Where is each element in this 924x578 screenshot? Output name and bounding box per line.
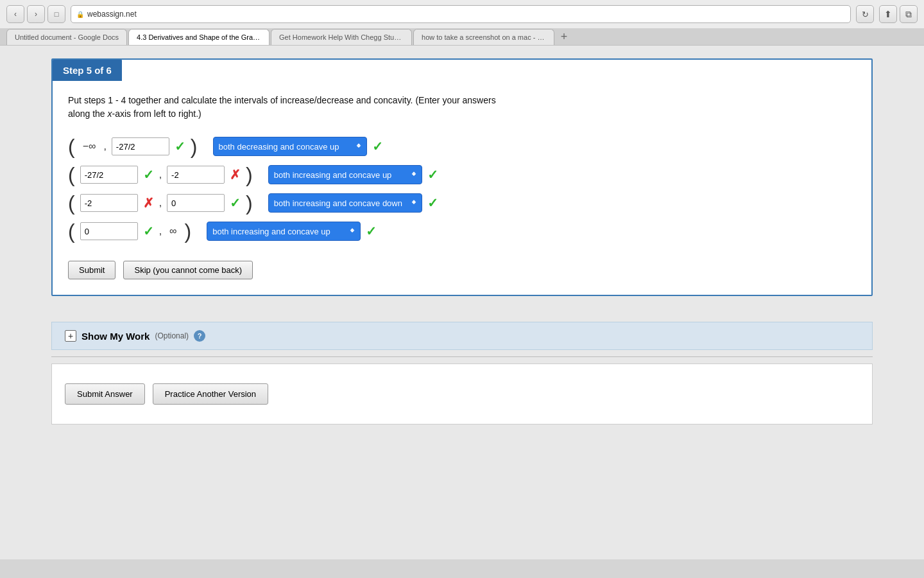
reload-button[interactable]: ↻ bbox=[856, 5, 874, 23]
dropdown-wrap-3: both decreasing and concave up both decr… bbox=[268, 193, 438, 213]
dropdown-3[interactable]: both decreasing and concave up both decr… bbox=[268, 193, 422, 213]
open-paren-1: ( bbox=[68, 136, 75, 157]
show-work-expand[interactable]: + bbox=[65, 330, 76, 342]
intervals-section: ( −∞ , ✓ ) both decreasing and concave u… bbox=[68, 136, 856, 241]
step-header: Step 5 of 6 bbox=[53, 60, 122, 81]
right-check-3: ✓ bbox=[230, 195, 241, 211]
left-check-3: ✗ bbox=[143, 195, 154, 211]
submit-answer-button[interactable]: Submit Answer bbox=[65, 383, 145, 405]
interval-row-4: ( ✓ , ∞ ) both decreasing and concave up… bbox=[68, 221, 856, 241]
right-check-2: ✗ bbox=[230, 167, 241, 182]
dropdown-check-3: ✓ bbox=[427, 195, 438, 211]
left-check-2: ✓ bbox=[143, 167, 154, 182]
dropdown-check-4: ✓ bbox=[366, 223, 377, 239]
tabs-bar: Untitled document - Google Docs 4.3 Deri… bbox=[0, 28, 924, 45]
interval-row-3: ( ✗ , ✓ ) both decreasing and concave up… bbox=[68, 193, 856, 213]
window-button[interactable]: □ bbox=[47, 5, 65, 23]
comma-1: , bbox=[103, 141, 106, 152]
share-button[interactable]: ⬆ bbox=[879, 5, 897, 23]
browser-chrome: ‹ › □ 🔒 webassign.net ↻ ⬆ ⧉ Untitled doc… bbox=[0, 0, 924, 46]
step-instruction: Put steps 1 - 4 together and calculate t… bbox=[68, 94, 856, 121]
left-input-4[interactable] bbox=[80, 222, 138, 240]
show-work-section: + Show My Work (Optional) ? bbox=[51, 322, 873, 350]
right-check-1: ✓ bbox=[175, 139, 185, 154]
back-button[interactable]: ‹ bbox=[6, 5, 24, 23]
bottom-panel: Submit Answer Practice Another Version bbox=[51, 363, 873, 425]
right-input-3[interactable] bbox=[167, 194, 225, 212]
show-work-title: Show My Work bbox=[81, 331, 150, 342]
close-paren-2: ) bbox=[246, 164, 253, 185]
tab-webassign[interactable]: 4.3 Derivatives and Shape of the Graph -… bbox=[128, 29, 270, 45]
tab-google-docs[interactable]: Untitled document - Google Docs bbox=[6, 29, 127, 45]
dropdown-check-2: ✓ bbox=[427, 167, 438, 182]
dropdown-4[interactable]: both decreasing and concave up both decr… bbox=[207, 222, 361, 241]
left-input-2[interactable] bbox=[80, 166, 138, 184]
url-bar[interactable]: 🔒 webassign.net bbox=[71, 5, 851, 23]
page-content: Step 5 of 6 Put steps 1 - 4 together and… bbox=[0, 46, 924, 559]
neg-inf-1: −∞ bbox=[80, 141, 99, 152]
dropdown-wrap-4: both decreasing and concave up both decr… bbox=[207, 222, 377, 241]
nav-buttons: ‹ › □ bbox=[6, 5, 65, 23]
dropdown-wrap-2: both decreasing and concave up both decr… bbox=[268, 165, 438, 184]
open-paren-2: ( bbox=[68, 164, 75, 185]
open-paren-4: ( bbox=[68, 221, 75, 241]
tab-screenshot[interactable]: how to take a screenshot on a mac - Goog… bbox=[413, 29, 554, 45]
step-container: Step 5 of 6 Put steps 1 - 4 together and… bbox=[51, 58, 873, 296]
pos-inf-4: ∞ bbox=[167, 225, 179, 237]
submit-button[interactable]: Submit bbox=[68, 261, 116, 279]
browser-actions: ⬆ ⧉ bbox=[879, 5, 918, 23]
step-body: Put steps 1 - 4 together and calculate t… bbox=[53, 81, 871, 295]
comma-2: , bbox=[159, 169, 162, 180]
dropdown-wrap-1: both decreasing and concave up both decr… bbox=[213, 137, 383, 156]
instruction-line1: Put steps 1 - 4 together and calculate t… bbox=[68, 95, 496, 105]
interval-row-1: ( −∞ , ✓ ) both decreasing and concave u… bbox=[68, 136, 856, 157]
skip-button[interactable]: Skip (you cannot come back) bbox=[123, 261, 253, 279]
new-tab-button[interactable]: ⧉ bbox=[900, 5, 918, 23]
show-work-optional: (Optional) bbox=[155, 331, 189, 340]
comma-4: , bbox=[159, 225, 162, 237]
tab-chegg[interactable]: Get Homework Help With Chegg Study | Che… bbox=[271, 29, 412, 45]
divider bbox=[51, 356, 873, 357]
practice-button[interactable]: Practice Another Version bbox=[153, 383, 268, 405]
url-text: webassign.net bbox=[87, 10, 137, 19]
forward-button[interactable]: › bbox=[27, 5, 45, 23]
left-input-3[interactable] bbox=[80, 194, 138, 212]
right-input-2[interactable] bbox=[167, 166, 225, 184]
help-icon[interactable]: ? bbox=[194, 330, 205, 342]
new-tab-plus[interactable]: + bbox=[556, 28, 572, 45]
left-check-4: ✓ bbox=[143, 223, 154, 239]
open-paren-3: ( bbox=[68, 193, 75, 213]
interval-row-2: ( ✓ , ✗ ) both decreasing and concave up… bbox=[68, 164, 856, 185]
dropdown-check-1: ✓ bbox=[372, 139, 383, 154]
close-paren-4: ) bbox=[185, 221, 192, 241]
dropdown-1[interactable]: both decreasing and concave up both decr… bbox=[213, 137, 367, 156]
dropdown-2[interactable]: both decreasing and concave up both decr… bbox=[268, 165, 422, 184]
lock-icon: 🔒 bbox=[76, 11, 84, 18]
buttons-row: Submit Skip (you cannot come back) bbox=[68, 261, 856, 279]
right-input-1[interactable] bbox=[112, 137, 169, 155]
close-paren-1: ) bbox=[191, 136, 198, 157]
close-paren-3: ) bbox=[246, 193, 253, 213]
bottom-buttons: Submit Answer Practice Another Version bbox=[65, 371, 859, 411]
browser-toolbar: ‹ › □ 🔒 webassign.net ↻ ⬆ ⧉ bbox=[0, 0, 924, 28]
comma-3: , bbox=[159, 197, 162, 209]
